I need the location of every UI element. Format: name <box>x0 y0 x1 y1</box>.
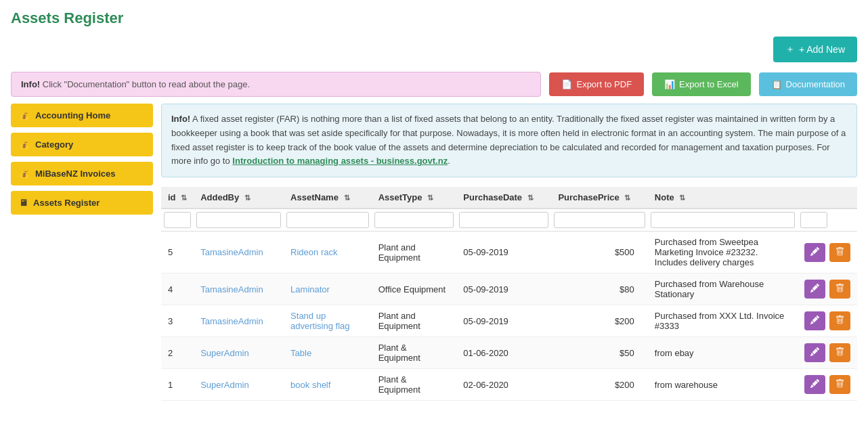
export-excel-label: Export to Excel <box>679 79 738 89</box>
cell-assettype: Office Equipment <box>372 273 457 305</box>
col-header-actions <box>798 187 857 209</box>
delete-icon <box>836 347 844 356</box>
sidebar-icon-category: 💰 <box>19 139 30 150</box>
export-pdf-button[interactable]: 📄 Export to PDF <box>549 72 644 96</box>
cell-purchasedate: 05-09-2019 <box>456 232 551 273</box>
sidebar: 💰Accounting Home💰Category💰MiBaseNZ Invoi… <box>11 104 153 401</box>
cell-purchaseprice: $200 <box>551 305 647 337</box>
sort-icon-purchaseprice: ⇅ <box>624 194 630 202</box>
cell-id: 3 <box>161 305 194 337</box>
delete-button[interactable] <box>829 243 850 262</box>
filter-note[interactable] <box>651 212 795 228</box>
filter-actions[interactable] <box>800 212 827 228</box>
export-excel-button[interactable]: 📊 Export to Excel <box>652 72 750 96</box>
edit-icon <box>810 315 819 324</box>
filter-purchasedate[interactable] <box>459 212 548 228</box>
table-row: 4 TamasineAdmin Laminator Office Equipme… <box>161 273 857 305</box>
edit-icon <box>810 284 819 292</box>
info-banner-text: Click "Documentation" button to read abo… <box>43 79 250 89</box>
edit-icon <box>810 247 819 256</box>
cell-assetname: Rideon rack <box>284 232 372 273</box>
table-row: 5 TamasineAdmin Rideon rack Plant and Eq… <box>161 232 857 273</box>
sort-icon-assetname: ⇅ <box>344 194 350 202</box>
excel-icon: 📊 <box>664 79 675 89</box>
content-area: Info! A fixed asset register (FAR) is no… <box>161 104 857 401</box>
table-wrapper: id ⇅ AddedBy ⇅ AssetName ⇅ AssetType ⇅ P… <box>161 187 857 401</box>
sidebar-label-mibasenz-invoices: MiBaseNZ Invoices <box>35 169 116 179</box>
cell-purchasedate: 02-06-2020 <box>456 369 551 401</box>
sidebar-item-accounting-home[interactable]: 💰Accounting Home <box>11 104 153 127</box>
documentation-button[interactable]: 📋 Documentation <box>759 72 857 96</box>
cell-assetname: Laminator <box>284 273 372 305</box>
filter-assettype[interactable] <box>374 212 454 228</box>
table-row: 3 TamasineAdmin Stand up advertising fla… <box>161 305 857 337</box>
cell-actions <box>798 232 857 273</box>
sidebar-item-assets-register[interactable]: 🖥Assets Register <box>11 191 153 215</box>
info-box: Info! A fixed asset register (FAR) is no… <box>161 104 857 177</box>
cell-assettype: Plant & Equipment <box>372 337 457 369</box>
sidebar-icon-accounting-home: 💰 <box>19 110 30 121</box>
filter-addedby[interactable] <box>196 212 281 228</box>
sidebar-item-mibasenz-invoices[interactable]: 💰MiBaseNZ Invoices <box>11 162 153 185</box>
cell-purchaseprice: $200 <box>551 369 647 401</box>
col-header-purchaseprice[interactable]: PurchasePrice ⇅ <box>551 187 647 209</box>
info-box-link[interactable]: Introduction to managing assets - busine… <box>232 156 448 166</box>
edit-icon <box>810 379 819 388</box>
cell-actions <box>798 273 857 305</box>
delete-icon <box>836 315 844 324</box>
cell-purchaseprice: $500 <box>551 232 647 273</box>
cell-id: 1 <box>161 369 194 401</box>
delete-icon <box>836 247 844 256</box>
cell-actions <box>798 305 857 337</box>
info-box-bold: Info! <box>171 114 190 124</box>
delete-button[interactable] <box>829 343 850 362</box>
sidebar-icon-assets-register: 🖥 <box>19 198 28 208</box>
cell-purchaseprice: $50 <box>551 337 647 369</box>
sidebar-label-category: Category <box>35 139 73 150</box>
cell-note: from warehouse <box>648 369 798 401</box>
col-header-addedby[interactable]: AddedBy ⇅ <box>194 187 284 209</box>
cell-purchasedate: 05-09-2019 <box>456 273 551 305</box>
cell-purchaseprice: $80 <box>551 273 647 305</box>
delete-icon <box>836 284 844 292</box>
cell-assetname: Stand up advertising flag <box>284 305 372 337</box>
sidebar-icon-mibasenz-invoices: 💰 <box>19 169 30 179</box>
cell-actions <box>798 337 857 369</box>
delete-button[interactable] <box>829 280 850 299</box>
add-new-button[interactable]: ＋ + Add New <box>773 37 857 62</box>
cell-addedby: TamasineAdmin <box>194 232 284 273</box>
table-row: 2 SuperAdmin Table Plant & Equipment 01-… <box>161 337 857 369</box>
cell-addedby: SuperAdmin <box>194 369 284 401</box>
edit-button[interactable] <box>804 243 825 262</box>
delete-button[interactable] <box>829 375 850 394</box>
col-header-assetname[interactable]: AssetName ⇅ <box>284 187 372 209</box>
info-banner-bold: Info! <box>21 79 40 89</box>
edit-button[interactable] <box>804 375 825 394</box>
edit-button[interactable] <box>804 343 825 362</box>
col-header-id[interactable]: id ⇅ <box>161 187 194 209</box>
cell-note: Purchased from Sweetpea Marketing Invoic… <box>648 232 798 273</box>
filter-purchaseprice[interactable] <box>554 212 645 228</box>
filter-assetname[interactable] <box>286 212 369 228</box>
cell-purchasedate: 05-09-2019 <box>456 305 551 337</box>
filter-id[interactable] <box>164 212 191 228</box>
col-header-assettype[interactable]: AssetType ⇅ <box>372 187 457 209</box>
cell-assetname: Table <box>284 337 372 369</box>
col-header-note[interactable]: Note ⇅ <box>648 187 798 209</box>
sidebar-label-assets-register: Assets Register <box>33 198 100 208</box>
cell-purchasedate: 01-06-2020 <box>456 337 551 369</box>
col-header-purchasedate[interactable]: PurchaseDate ⇅ <box>456 187 551 209</box>
cell-assettype: Plant & Equipment <box>372 369 457 401</box>
sidebar-item-category[interactable]: 💰Category <box>11 133 153 156</box>
edit-icon <box>810 347 819 356</box>
table-row: 1 SuperAdmin book shelf Plant & Equipmen… <box>161 369 857 401</box>
pdf-icon: 📄 <box>561 79 572 89</box>
cell-addedby: TamasineAdmin <box>194 305 284 337</box>
cell-actions <box>798 369 857 401</box>
delete-button[interactable] <box>829 311 850 330</box>
export-pdf-label: Export to PDF <box>576 79 632 89</box>
edit-button[interactable] <box>804 280 825 299</box>
sidebar-label-accounting-home: Accounting Home <box>35 110 110 121</box>
edit-button[interactable] <box>804 311 825 330</box>
cell-note: Purchased from XXX Ltd. Invoice #3333 <box>648 305 798 337</box>
